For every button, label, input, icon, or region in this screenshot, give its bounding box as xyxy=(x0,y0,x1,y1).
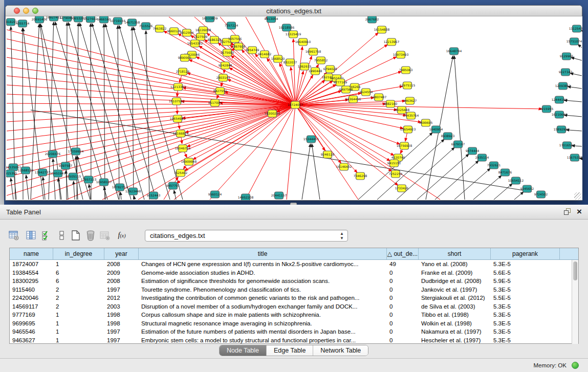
graph-node-label: 20206576 xyxy=(45,152,61,156)
graph-node-label: 12213967 xyxy=(384,40,400,43)
graph-node-label: 1733426 xyxy=(395,186,409,190)
graph-edge xyxy=(435,161,478,200)
graph-node-label: 2867608 xyxy=(232,45,246,48)
graph-edge xyxy=(295,71,303,105)
tab-network-table[interactable]: Network Table xyxy=(313,345,368,356)
graph-node-label: 12923448 xyxy=(125,189,141,193)
graph-node-label: 18226058 xyxy=(195,28,211,32)
clear-selection-button[interactable] xyxy=(55,228,70,243)
table-cell: 49 xyxy=(387,260,419,269)
table-cell: Wolkin et al. (1998) xyxy=(419,319,491,328)
table-body: 1872400712008Changes of HCN gene express… xyxy=(10,260,572,344)
table-row[interactable]: 911546021997Tourette syndrome. Phenomeno… xyxy=(10,286,572,294)
table-row[interactable]: 969969511998Structural magnetic resonanc… xyxy=(10,319,572,328)
table-row[interactable]: 1938455462009Genome-wide association stu… xyxy=(10,269,572,277)
table-header-row: namein_degreeyeartitle△ out_de...shortpa… xyxy=(10,248,578,260)
graph-node-label: 9699695 xyxy=(419,121,433,124)
graph-edge xyxy=(302,144,311,200)
graph-node-label: 11125432 xyxy=(569,27,582,30)
table-cell: Stergiakouli et al. (2012) xyxy=(419,294,491,302)
table-cell: 9465546 xyxy=(10,327,53,336)
table-cell: 0 xyxy=(387,286,419,294)
window-resize-handle[interactable] xyxy=(574,192,581,200)
table-cell: 5.6E-5 xyxy=(491,269,560,277)
table-row[interactable]: 1872400712008Changes of HCN gene express… xyxy=(10,260,572,269)
vertical-scrollbar[interactable] xyxy=(572,260,578,344)
column-header[interactable]: △ out_de... xyxy=(387,248,419,259)
graph-node-label: 2718126 xyxy=(176,70,190,73)
table-cell: 0 xyxy=(387,294,419,302)
function-builder-button[interactable]: f(x) xyxy=(115,228,129,243)
graph-node-label: 14952208 xyxy=(238,195,254,199)
table-cell: 5.3E-5 xyxy=(491,327,560,336)
column-header[interactable]: short xyxy=(419,248,491,259)
column-header[interactable]: name xyxy=(10,248,53,259)
node-table: namein_degreeyeartitle△ out_de...shortpa… xyxy=(9,248,579,344)
delete-column-button[interactable] xyxy=(84,228,98,243)
table-row[interactable]: 2242004622012Investigating the contribut… xyxy=(10,294,572,302)
graph-node-label: 9227343 xyxy=(559,70,573,74)
graph-edge xyxy=(570,73,582,76)
graph-node-label: 9152443 xyxy=(147,193,161,197)
graph-node-label: 9117004 xyxy=(208,101,222,104)
graph-node-label: 9474444 xyxy=(466,149,480,152)
graph-node-label: 9245652 xyxy=(520,187,534,190)
table-cell: 9699695 xyxy=(10,319,53,328)
table-cell: Franke et al. (2009) xyxy=(419,269,491,277)
graph-edge xyxy=(91,24,91,200)
table-selector-dropdown[interactable]: citations_edges.txt ▲▼ xyxy=(145,230,348,242)
table-row[interactable]: 977716911998Corpus callosum shape and si… xyxy=(10,311,572,319)
graph-node-label: 9463627 xyxy=(403,99,417,102)
graph-node-label: 2667682 xyxy=(365,17,379,21)
graph-node-label: 18300295 xyxy=(265,112,280,115)
graph-node-label: 4055714 xyxy=(16,21,30,25)
graph-node-label: 13325419 xyxy=(286,32,301,36)
column-header[interactable]: title xyxy=(139,248,387,259)
network-canvas[interactable]: 8818207405571420691406189274111279045110… xyxy=(6,16,582,200)
table-cell: 18300295 xyxy=(10,277,53,286)
graph-node-label: 19218586 xyxy=(279,26,295,29)
graph-node-label: 16046756 xyxy=(175,146,191,150)
graph-node-label: 9415152 xyxy=(387,161,401,165)
table-row[interactable]: 946554611997Estimation of the future num… xyxy=(10,327,572,336)
graph-node-label: 17359924 xyxy=(68,149,84,153)
graph-edge xyxy=(174,190,176,200)
column-header[interactable]: in_degree xyxy=(53,248,104,259)
close-panel-icon[interactable]: × xyxy=(575,206,584,217)
float-panel-icon[interactable] xyxy=(564,208,572,216)
table-cell: 22420046 xyxy=(10,294,53,302)
network-canvas-container[interactable]: 8818207405571420691406189274111279045110… xyxy=(6,16,582,200)
graph-node-label: 4120746 xyxy=(391,156,405,159)
scrollbar-thumb[interactable] xyxy=(573,261,577,280)
tab-node-table[interactable]: Node Table xyxy=(220,345,267,356)
select-all-button[interactable] xyxy=(40,228,54,243)
graph-node-label: 9724502 xyxy=(534,192,548,196)
graph-node-label: 7625402 xyxy=(174,171,188,174)
graph-node-label: 11675338 xyxy=(567,156,582,159)
table-cell: 1 xyxy=(53,319,104,328)
show-columns-button[interactable] xyxy=(25,228,39,243)
graph-node-label: 9660128 xyxy=(167,29,181,33)
table-cell: Structural magnetic resonance image aver… xyxy=(139,319,387,328)
table-row[interactable]: 946362711997Embryonic stem cells: a mode… xyxy=(10,336,572,344)
column-header[interactable]: pagerank xyxy=(491,248,560,259)
graph-edge xyxy=(295,105,390,161)
memory-indicator-dot[interactable] xyxy=(572,362,579,369)
graph-edge xyxy=(377,139,444,200)
graph-node-label: 7463822 xyxy=(153,27,167,30)
table-row[interactable]: 1456911722003Disruption of a novel membe… xyxy=(10,302,572,311)
table-options-button[interactable] xyxy=(7,228,21,243)
graph-node-label: 8912954 xyxy=(180,31,194,34)
table-cell: 2009 xyxy=(104,269,139,277)
tab-edge-table[interactable]: Edge Table xyxy=(267,345,313,356)
table-row[interactable]: 1830029562008Estimation of significance … xyxy=(10,277,572,286)
graph-node-label: 16961758 xyxy=(306,50,321,53)
column-header[interactable]: year xyxy=(104,248,139,259)
table-toolbar: f(x) citations_edges.txt ▲▼ xyxy=(0,225,588,246)
graph-node-label: 15892921 xyxy=(554,127,570,131)
delete-table-button[interactable] xyxy=(98,228,113,243)
new-column-button[interactable] xyxy=(69,228,83,243)
graph-node-label: 7515526 xyxy=(139,24,153,28)
window-titlebar[interactable]: citations_edges.txt xyxy=(6,6,582,16)
graph-edge xyxy=(134,196,135,200)
